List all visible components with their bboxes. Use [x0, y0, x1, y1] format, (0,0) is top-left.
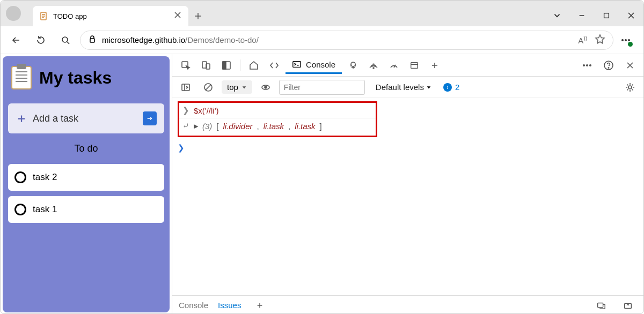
plus-icon: ＋ — [16, 110, 27, 126]
devtools-tabbar: Console — [172, 54, 643, 77]
output-count: (3) — [202, 122, 212, 131]
browser-tab[interactable]: TODO app — [33, 6, 188, 26]
svg-line-14 — [67, 42, 69, 44]
svg-point-17 — [621, 39, 623, 40]
performance-tab-icon[interactable] — [385, 56, 403, 74]
search-button[interactable] — [55, 30, 76, 50]
status-console-tab[interactable]: Console — [179, 301, 208, 310]
back-button[interactable] — [6, 30, 26, 50]
svg-point-52 — [628, 86, 632, 89]
prompt-chevron-icon: ❯ — [178, 143, 185, 153]
live-expression-button[interactable] — [257, 78, 275, 96]
address-bar: microsoftedge.github.io/Demos/demo-to-do… — [1, 26, 643, 54]
svg-point-19 — [628, 39, 629, 40]
svg-marker-49 — [427, 86, 431, 88]
app-header: My tasks — [8, 62, 164, 98]
elements-tab-icon[interactable] — [265, 56, 283, 74]
toggle-sidebar-button[interactable] — [177, 78, 195, 96]
network-tab-icon[interactable] — [364, 56, 383, 74]
svg-line-45 — [206, 85, 211, 90]
svg-point-28 — [351, 62, 355, 66]
console-input-line: ❯ $x('//li') — [182, 104, 372, 117]
avatar-icon — [6, 6, 21, 21]
console-settings-button[interactable] — [621, 78, 639, 96]
close-icon[interactable] — [173, 11, 182, 21]
console-filter-input[interactable] — [279, 80, 365, 95]
dock-icon[interactable] — [217, 56, 236, 74]
svg-point-35 — [583, 64, 585, 66]
svg-marker-16 — [596, 35, 604, 43]
document-icon — [39, 12, 48, 20]
task-item[interactable]: task 2 — [8, 164, 164, 191]
svg-rect-25 — [223, 62, 226, 69]
browser-titlebar: TODO app — [1, 1, 643, 26]
add-task-label: Add a task — [33, 113, 137, 124]
context-label: top — [227, 83, 238, 92]
svg-point-29 — [373, 68, 374, 69]
tab-title: TODO app — [53, 12, 168, 20]
send-feedback-icon[interactable] — [592, 296, 610, 315]
checkbox-icon[interactable] — [14, 204, 26, 215]
task-label: task 1 — [33, 204, 57, 215]
window-dropdown-button[interactable] — [545, 5, 569, 26]
log-levels-dropdown[interactable]: Default levels — [376, 83, 431, 92]
url-text: microsoftedge.github.io/Demos/demo-to-do… — [102, 35, 259, 44]
more-tools-button[interactable] — [578, 56, 596, 74]
welcome-tab-icon[interactable] — [245, 56, 263, 74]
add-drawer-button[interactable] — [251, 296, 269, 315]
svg-point-37 — [590, 64, 591, 66]
favorite-icon[interactable] — [595, 34, 605, 47]
profile-button[interactable] — [1, 1, 26, 26]
checkbox-icon[interactable] — [14, 171, 26, 183]
console-tab[interactable]: Console — [286, 56, 342, 74]
status-issues-tab[interactable]: Issues — [218, 301, 241, 310]
device-toggle-icon[interactable] — [197, 56, 215, 74]
inspect-icon[interactable] — [177, 56, 195, 74]
refresh-button[interactable] — [31, 30, 51, 50]
svg-rect-15 — [90, 39, 94, 42]
add-tab-button[interactable] — [426, 56, 444, 74]
task-label: task 2 — [33, 172, 57, 183]
svg-point-13 — [62, 37, 68, 42]
update-indicator-icon — [628, 42, 633, 47]
clear-console-button[interactable] — [199, 78, 217, 96]
svg-point-48 — [265, 86, 267, 88]
close-devtools-button[interactable] — [621, 56, 639, 74]
new-tab-button[interactable] — [188, 6, 208, 26]
console-output-line[interactable]: ⤶ ▶ (3) [li.divider, li.task, li.task] — [182, 119, 372, 132]
sources-tab-icon[interactable] — [344, 56, 362, 74]
input-chevron-icon: ❯ — [182, 106, 189, 115]
svg-rect-31 — [411, 62, 418, 68]
svg-point-39 — [608, 67, 609, 68]
console-body[interactable]: ❯ $x('//li') ⤶ ▶ (3) [li.divider, li.tas… — [172, 98, 643, 295]
console-input-text: $x('//li') — [194, 106, 219, 115]
levels-label: Default levels — [376, 83, 424, 92]
console-tab-label: Console — [306, 60, 335, 69]
svg-marker-46 — [243, 86, 246, 88]
devtools-statusbar: Console Issues — [172, 295, 643, 314]
task-item[interactable]: task 1 — [8, 196, 164, 223]
add-task-input[interactable]: ＋ Add a task — [8, 103, 164, 133]
maximize-button[interactable] — [594, 5, 619, 26]
svg-point-51 — [447, 88, 448, 88]
console-prompt[interactable]: ❯ — [178, 139, 638, 154]
help-button[interactable] — [599, 56, 618, 74]
minimize-button[interactable] — [569, 5, 594, 26]
lock-icon — [88, 35, 97, 46]
application-tab-icon[interactable] — [405, 56, 423, 74]
console-toolbar: top Default levels 2 — [172, 77, 643, 98]
url-field[interactable]: microsoftedge.github.io/Demos/demo-to-do… — [80, 31, 613, 50]
submit-task-button[interactable] — [143, 111, 157, 125]
issues-count: 2 — [455, 83, 459, 92]
expand-icon[interactable]: ▶ — [194, 123, 198, 130]
todo-app: My tasks ＋ Add a task To do task 2 task … — [3, 56, 170, 312]
svg-rect-9 — [604, 13, 609, 18]
context-dropdown[interactable]: top — [222, 80, 252, 94]
svg-point-36 — [587, 64, 588, 66]
read-aloud-icon[interactable]: A)) — [578, 35, 587, 45]
whats-new-icon[interactable] — [619, 296, 637, 315]
svg-rect-55 — [598, 303, 603, 307]
issues-badge[interactable]: 2 — [443, 83, 459, 92]
more-button[interactable] — [618, 30, 638, 50]
close-window-button[interactable] — [619, 5, 643, 26]
